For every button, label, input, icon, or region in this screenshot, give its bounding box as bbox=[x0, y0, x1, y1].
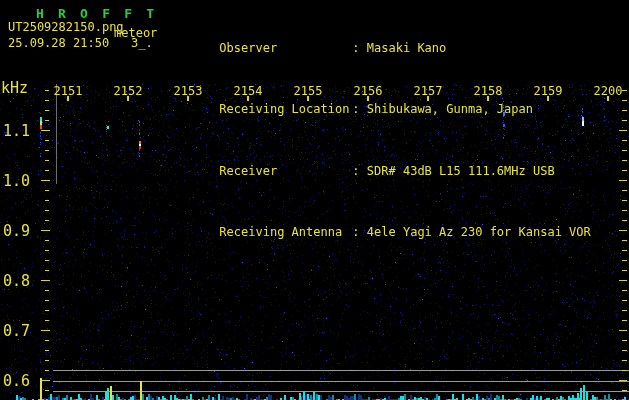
freq-unit-label: kHz bbox=[1, 79, 28, 97]
time-axis-label: 2155 bbox=[293, 84, 323, 98]
time-axis-label: 2153 bbox=[173, 84, 203, 98]
info-row-observer: Observer: Masaki Kano bbox=[176, 30, 591, 67]
time-axis-label: 2154 bbox=[233, 84, 263, 98]
time-axis-label: 2159 bbox=[533, 84, 563, 98]
info-value: : Masaki Kano bbox=[352, 41, 446, 55]
info-label: Receiving Location bbox=[219, 103, 352, 115]
station-info: Observer: Masaki Kano Receiving Location… bbox=[176, 5, 591, 276]
freq-axis-label: 0.8 bbox=[3, 272, 33, 290]
time-axis-label: 2152 bbox=[113, 84, 143, 98]
info-label: Observer bbox=[219, 42, 352, 54]
info-row-receiver: Receiver: SDR# 43dB L15 111.6MHz USB bbox=[176, 153, 591, 190]
time-axis-label: 2158 bbox=[473, 84, 503, 98]
hrofft-screen: H R O F F T UT2509282150.png meteor 25.0… bbox=[0, 0, 629, 400]
time-axis-label: 2200 bbox=[593, 84, 623, 98]
info-label: Receiver bbox=[219, 165, 352, 177]
freq-axis-label: 0.9 bbox=[3, 222, 33, 240]
time-axis-label: 2151 bbox=[53, 84, 83, 98]
freq-axis-label: 0.7 bbox=[3, 322, 33, 340]
time-axis-label: 2157 bbox=[413, 84, 443, 98]
freq-axis-label: 1.0 bbox=[3, 172, 33, 190]
freq-axis-label: 0.6 bbox=[3, 372, 33, 390]
app-title: H R O F F T bbox=[36, 6, 157, 21]
freq-axis-label: 1.1 bbox=[3, 122, 33, 140]
info-value: : SDR# 43dB L15 111.6MHz USB bbox=[352, 164, 554, 178]
datetime-label: 25.09.28 21:50 bbox=[8, 36, 109, 50]
filename-label: UT2509282150.png bbox=[8, 20, 124, 34]
info-value: : Shibukawa, Gunma, Japan bbox=[352, 102, 533, 116]
info-label: Receiving Antenna bbox=[219, 226, 352, 238]
time-axis-label: 2156 bbox=[353, 84, 383, 98]
info-value: : 4ele Yagi Az 230 for Kansai VOR bbox=[352, 225, 590, 239]
info-row-antenna: Receiving Antenna: 4ele Yagi Az 230 for … bbox=[176, 214, 591, 251]
counter-label: 3_. bbox=[131, 36, 153, 50]
